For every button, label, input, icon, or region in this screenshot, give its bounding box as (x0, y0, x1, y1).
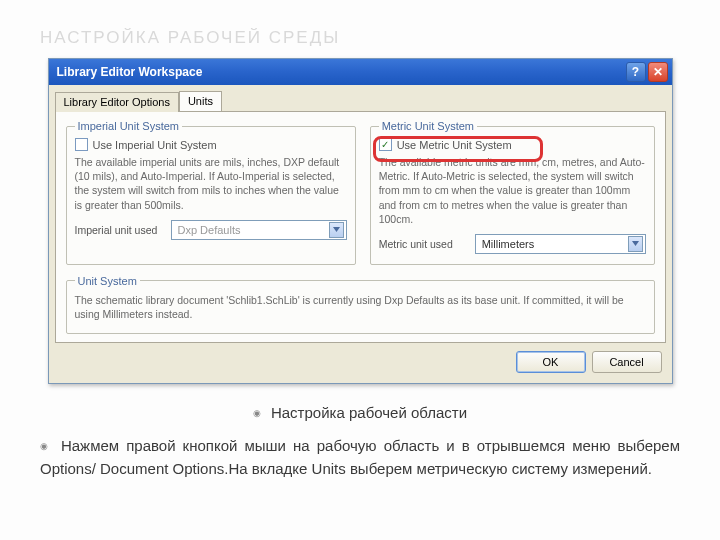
tab-panel: Imperial Unit System Use Imperial Unit S… (55, 111, 666, 343)
metric-unit-combo[interactable]: Millimeters (475, 234, 646, 254)
imperial-checkbox[interactable]: Use Imperial Unit System (75, 138, 347, 151)
metric-checkbox[interactable]: ✓ Use Metric Unit System (379, 138, 646, 151)
tabstrip: Library Editor Options Units (49, 85, 672, 111)
imperial-legend: Imperial Unit System (75, 120, 182, 132)
cancel-button[interactable]: Cancel (592, 351, 662, 373)
chevron-down-icon (329, 222, 344, 238)
imperial-unit-value: Dxp Defaults (178, 224, 241, 236)
group-unit-system: Unit System The schematic library docume… (66, 275, 655, 334)
titlebar[interactable]: Library Editor Workspace ? ✕ (49, 59, 672, 85)
metric-unit-value: Millimeters (482, 238, 535, 250)
imperial-field-label: Imperial unit used (75, 224, 163, 236)
unit-system-text: The schematic library document 'Schlib1.… (75, 293, 646, 321)
body-paragraph: Нажмем правой кнопкой мыши на рабочую об… (40, 435, 680, 480)
group-metric: Metric Unit System ✓ Use Metric Unit Sys… (370, 120, 655, 265)
checkbox-box-checked: ✓ (379, 138, 392, 151)
unit-system-legend: Unit System (75, 275, 140, 287)
metric-checkbox-label: Use Metric Unit System (397, 139, 512, 151)
figure-caption: Настройка рабочей области (40, 404, 680, 421)
metric-field-label: Metric unit used (379, 238, 467, 250)
metric-description: The available metric units are mm, cm, m… (379, 155, 646, 226)
window-title: Library Editor Workspace (57, 65, 624, 79)
group-imperial: Imperial Unit System Use Imperial Unit S… (66, 120, 356, 265)
page-heading: НАСТРОЙКА РАБОЧЕЙ СРЕДЫ (40, 28, 680, 48)
checkbox-box (75, 138, 88, 151)
chevron-down-icon (628, 236, 643, 252)
dialog-window: Library Editor Workspace ? ✕ Library Edi… (48, 58, 673, 384)
imperial-unit-combo[interactable]: Dxp Defaults (171, 220, 347, 240)
close-button[interactable]: ✕ (648, 62, 668, 82)
tab-units[interactable]: Units (179, 91, 222, 111)
help-button[interactable]: ? (626, 62, 646, 82)
tab-library-editor-options[interactable]: Library Editor Options (55, 92, 179, 112)
imperial-description: The available imperial units are mils, i… (75, 155, 347, 212)
button-row: OK Cancel (49, 347, 672, 383)
imperial-checkbox-label: Use Imperial Unit System (93, 139, 217, 151)
metric-legend: Metric Unit System (379, 120, 477, 132)
ok-button[interactable]: OK (516, 351, 586, 373)
